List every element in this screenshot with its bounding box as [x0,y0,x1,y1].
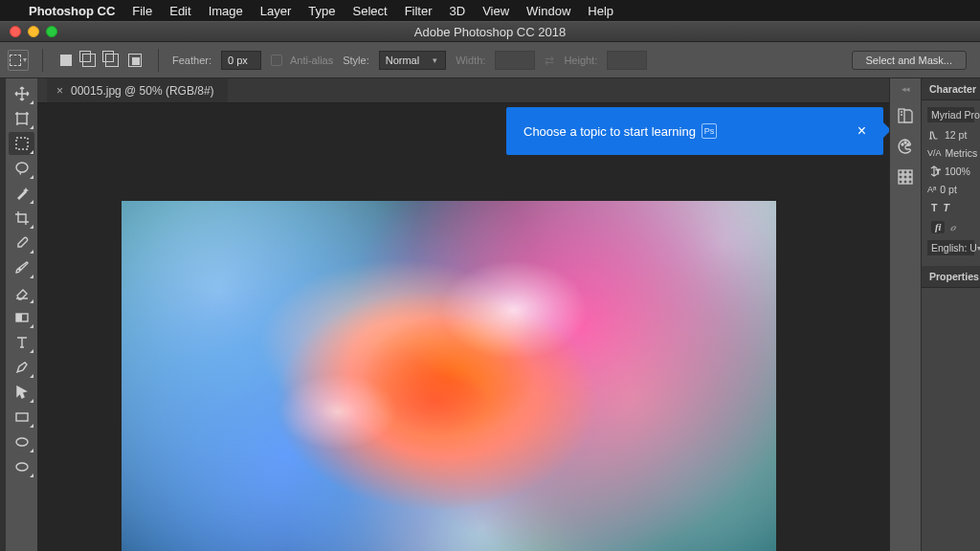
learn-popup-text: Choose a topic to start learning [523,124,696,139]
baseline-value[interactable]: 0 pt [940,184,957,195]
svg-rect-23 [903,175,907,179]
swatches-panel-icon[interactable] [897,168,914,189]
width-label: Width: [456,55,485,66]
kerning-value[interactable]: Metrics [946,147,978,159]
window-zoom-button[interactable] [46,26,57,37]
select-and-mask-button[interactable]: Select and Mask... [852,51,968,70]
toolbox [6,78,37,551]
antialias-checkbox [271,55,282,66]
panel-grip-icon[interactable]: ◂◂ [902,84,909,94]
menu-3d[interactable]: 3D [450,4,466,18]
font-family-select[interactable]: Myriad Pro [927,107,974,122]
vscale-value[interactable]: 100% [945,165,970,177]
height-input [607,51,647,70]
ps-badge-icon: Ps [702,123,717,139]
svg-text:T: T [936,168,941,175]
menu-window[interactable]: Window [526,4,570,18]
macos-menubar: Photoshop CC File Edit Image Layer Type … [0,0,980,21]
document-tabbar: × 00015.jpg @ 50% (RGB/8#) [37,78,889,103]
svg-rect-10 [16,413,28,421]
selection-add-icon[interactable] [79,51,99,70]
eyedropper-tool[interactable] [9,231,34,254]
selection-intersect-icon[interactable] [125,51,145,70]
rectangle-tool[interactable] [9,406,34,429]
path-select-tool[interactable] [9,381,34,404]
app-menu[interactable]: Photoshop CC [29,4,115,18]
window-titlebar: Adobe Photoshop CC 2018 [0,21,980,42]
font-size-icon [927,128,941,142]
svg-rect-9 [16,314,22,321]
menu-filter[interactable]: Filter [405,4,433,18]
selection-new-icon[interactable] [56,51,76,70]
learn-panel-icon[interactable] [897,107,914,128]
window-minimize-button[interactable] [28,26,39,37]
options-bar: ▾ Feather: 0 px Anti-alias Style: Normal… [0,42,980,78]
feather-label: Feather: [172,55,212,66]
menu-view[interactable]: View [482,4,509,18]
menu-edit[interactable]: Edit [169,4,190,18]
character-panel: Myriad Pro 12 pt V/AMetrics T100% Aª0 pt… [922,100,980,262]
svg-point-12 [16,463,28,471]
document-tab[interactable]: × 00015.jpg @ 50% (RGB/8#) [47,78,228,102]
learn-popup-close-button[interactable]: × [858,122,866,140]
width-input [495,51,535,70]
svg-rect-21 [908,170,912,174]
document-tab-label: 00015.jpg @ 50% (RGB/8#) [71,84,214,98]
svg-rect-27 [908,180,912,184]
italic-button[interactable]: T [943,202,948,213]
antialias-label: Anti-alias [290,55,333,66]
svg-point-16 [902,143,903,145]
move-tool[interactable] [9,82,34,105]
marquee-tool[interactable] [9,132,34,155]
pen-tool[interactable] [9,356,34,379]
learn-popup: Choose a topic to start learning Ps × [506,107,883,155]
ellipse2-tool[interactable] [9,455,34,478]
artboard-tool[interactable] [9,107,34,130]
style-select[interactable]: Normal [379,51,446,70]
panels-column: Character Myriad Pro 12 pt V/AMetrics T1… [921,78,980,551]
menu-help[interactable]: Help [588,4,613,18]
bold-button[interactable]: T [931,202,937,213]
gradient-tool[interactable] [9,306,34,329]
ligature-button[interactable]: fi [931,221,945,233]
type-tool[interactable] [9,331,34,354]
selection-subtract-icon[interactable] [102,51,122,70]
character-panel-header[interactable]: Character [922,78,980,100]
font-size-value[interactable]: 12 pt [945,129,967,141]
svg-rect-19 [899,170,902,174]
canvas-area[interactable]: Choose a topic to start learning Ps × [37,103,889,551]
svg-rect-7 [16,138,28,149]
feather-input[interactable]: 0 px [221,51,261,70]
window-title: Adobe Photoshop CC 2018 [414,25,566,39]
brush-tool[interactable] [9,256,34,279]
svg-point-11 [16,438,28,446]
ellipse-tool[interactable] [9,430,34,453]
eraser-tool[interactable] [9,281,34,304]
svg-rect-24 [908,175,912,179]
menu-select[interactable]: Select [352,4,387,18]
kerning-icon: V/A [927,148,942,158]
lasso-tool[interactable] [9,157,34,180]
svg-point-17 [904,142,906,143]
document-canvas[interactable] [122,201,776,551]
quick-select-tool[interactable] [9,182,34,205]
properties-panel-header[interactable]: Properties [922,266,980,288]
current-tool-indicator[interactable]: ▾ [8,50,29,71]
menu-layer[interactable]: Layer [260,4,292,18]
image-content [122,201,776,551]
svg-rect-26 [903,180,907,184]
language-select[interactable]: English: U [927,240,974,255]
menu-image[interactable]: Image [209,4,243,18]
color-panel-icon[interactable] [897,138,914,159]
close-tab-icon[interactable]: × [56,84,63,98]
window-close-button[interactable] [10,26,21,37]
svg-rect-20 [903,170,907,174]
svg-rect-25 [899,180,902,184]
svg-rect-0 [17,114,27,123]
crop-tool[interactable] [9,207,34,230]
svg-rect-13 [899,109,904,122]
menu-type[interactable]: Type [308,4,335,18]
menu-file[interactable]: File [132,4,152,18]
stylistic-button[interactable]: 𝑜 [950,221,955,233]
style-label: Style: [343,55,369,66]
